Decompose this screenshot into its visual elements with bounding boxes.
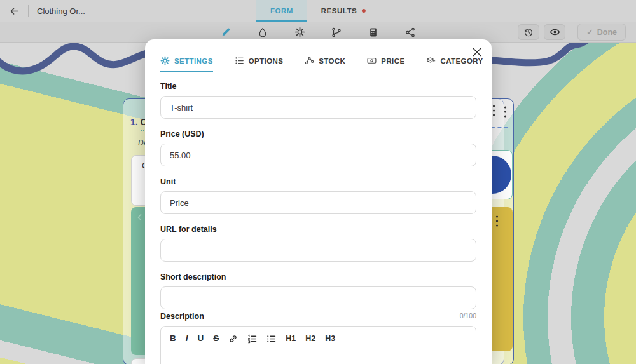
tab-price[interactable]: PRICE [367,56,404,72]
short-description-input[interactable] [160,286,476,309]
tab-category[interactable]: CATEGORY [426,56,483,72]
calculator-icon [368,27,378,37]
field-label-short-description: Short description [160,273,476,281]
git-branch-icon [331,27,342,37]
history-icon [523,27,534,37]
logic-button[interactable] [330,26,343,39]
unordered-list-icon [266,334,276,344]
link-button[interactable] [228,334,238,344]
done-label: Done [597,28,617,37]
close-button[interactable] [471,46,483,58]
close-icon [473,48,481,57]
category-layers-icon [426,56,436,65]
unordered-list-button[interactable] [266,334,276,344]
topbar-tabs: FORM RESULTS [256,0,380,22]
ordered-list-button[interactable] [247,334,257,344]
link-icon [228,334,238,344]
kebab-menu-icon[interactable] [504,105,507,118]
heading1-button[interactable]: H1 [286,334,296,344]
history-button[interactable] [518,24,539,40]
back-arrow-icon [9,6,20,17]
field-label-description: Description [160,312,476,321]
tab-results[interactable]: RESULTS [307,0,380,22]
pencil-icon [221,27,232,37]
tab-settings[interactable]: SETTINGS [160,56,213,72]
done-button[interactable]: ✓ Done [577,24,626,41]
kebab-menu-icon[interactable] [495,215,499,227]
tab-settings-label: SETTINGS [174,57,213,65]
field-label-price: Price (USD) [160,130,476,138]
ordered-list-icon [247,334,257,344]
title-input[interactable] [160,96,476,119]
tab-stock-label: STOCK [319,57,345,65]
preview-button[interactable] [544,24,565,40]
check-icon: ✓ [586,27,593,37]
editor-toolbar: B I U S [170,334,467,344]
unit-input[interactable] [160,191,476,214]
banknote-icon [367,56,377,65]
settings-button[interactable] [293,26,306,39]
eye-icon [550,27,560,37]
back-button[interactable] [0,0,28,22]
list-icon [235,56,244,65]
description-editor[interactable]: B I U S [160,326,476,364]
calculator-button[interactable] [367,26,380,39]
price-input[interactable] [160,144,476,166]
share-button[interactable] [404,26,417,39]
heading3-button[interactable]: H3 [325,334,335,344]
stock-nodes-icon [305,56,314,65]
tab-category-label: CATEGORY [440,57,483,65]
field-label-title: Title [160,82,476,91]
settings-gear-icon [160,56,170,65]
tab-results-label: RESULTS [321,7,357,15]
url-input[interactable] [160,239,476,262]
gear-icon [294,27,305,37]
heading2-button[interactable]: H2 [305,334,315,344]
italic-button[interactable]: I [186,334,188,344]
tab-options[interactable]: OPTIONS [235,56,284,72]
tab-form[interactable]: FORM [256,0,307,22]
top-bar: Clothing Or... FORM RESULTS [0,0,636,22]
share-icon [405,27,415,37]
tab-price-label: PRICE [381,57,404,65]
tab-options-label: OPTIONS [249,57,284,65]
bold-button[interactable]: B [170,334,176,344]
strikethrough-button[interactable]: S [213,334,219,344]
kebab-menu-icon[interactable] [492,104,495,117]
question-index: 1. [130,117,138,127]
droplet-icon [258,27,268,37]
chevron-left-icon [135,212,145,222]
tab-stock[interactable]: STOCK [305,56,345,72]
form-title: Clothing Or... [37,6,85,16]
product-settings-modal: SETTINGS OPTIONS STOCK [145,39,492,364]
edit-pencil-button[interactable] [219,26,232,39]
results-notification-dot [362,9,366,13]
field-label-url: URL for details [160,225,476,234]
modal-tab-bar: SETTINGS OPTIONS STOCK [160,56,476,72]
topbar-divider [28,5,29,17]
style-button[interactable] [256,26,269,39]
underline-button[interactable]: U [198,334,204,344]
field-label-unit: Unit [160,177,476,186]
